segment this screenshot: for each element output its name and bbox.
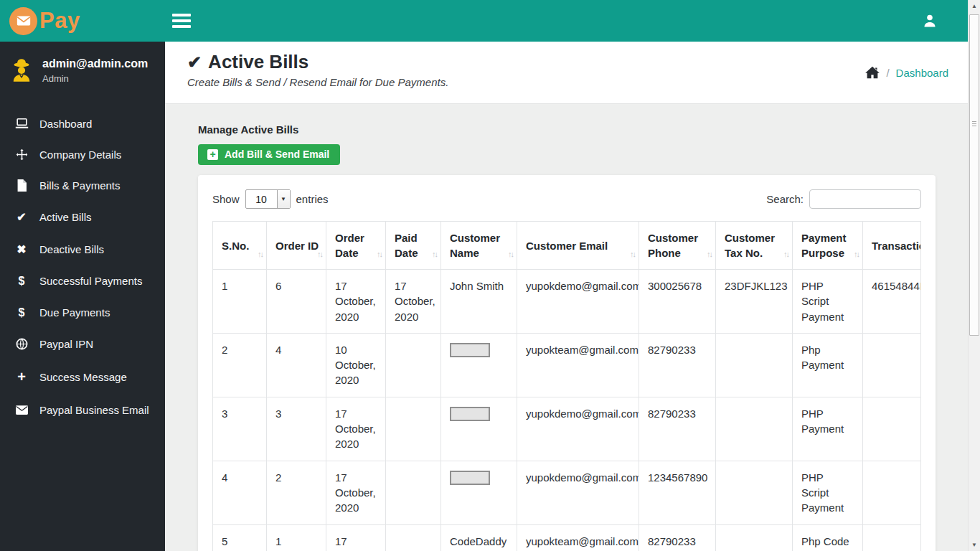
sort-icon: ↑↓	[432, 249, 437, 260]
file-icon	[14, 179, 29, 192]
entries-select[interactable]: 10 ▼	[245, 189, 291, 209]
home-icon[interactable]	[865, 66, 880, 79]
table-row: 2 4 10 October, 2020 yupokteam@gmail.com…	[213, 333, 921, 397]
column-header-customer-name[interactable]: Customer Name↑↓	[441, 222, 517, 270]
table-row: 3 3 17 October, 2020 yupokdemo@gmail.com…	[213, 397, 921, 461]
app-window: Pay admin@admin.com Admin Dashboard	[0, 0, 980, 551]
sidebar-item-success-message[interactable]: + Success Message	[0, 359, 165, 395]
envelope-icon	[14, 405, 29, 415]
sidebar-item-deactive-bills[interactable]: ✖ Deactive Bills	[0, 233, 165, 265]
search-input[interactable]	[809, 189, 921, 209]
table-row: 4 2 17 October, 2020 yupokdemo@gmail.com…	[213, 461, 921, 524]
search-label: Search:	[766, 193, 804, 205]
main-content: Manage Active Bills + Add Bill & Send Em…	[165, 104, 968, 551]
envelope-icon	[9, 7, 37, 35]
dollar-icon: $	[14, 306, 29, 319]
scroll-up-button[interactable]: ▲	[969, 0, 980, 12]
show-label: Show	[212, 193, 240, 205]
sidebar-item-paypal-business-email[interactable]: Paypal Business Email	[0, 395, 165, 425]
vertical-scrollbar[interactable]: ▲ ▼	[968, 0, 980, 551]
table-header-row: S.No.↑↓ Order ID↑↓ Order Date↑↓ Paid Dat…	[213, 222, 921, 270]
table-card: Show 10 ▼ entries Search:	[198, 175, 936, 551]
page-header: ✔ Active Bills Create Bills & Send / Res…	[165, 42, 980, 104]
sidebar-item-active-bills[interactable]: ✔ Active Bills	[0, 201, 165, 233]
table-row: 1 6 17 October, 2020 17 October, 2020 Jo…	[213, 270, 921, 334]
column-header-transaction[interactable]: Transaction	[863, 222, 921, 270]
sidebar-item-due-payments[interactable]: $ Due Payments	[0, 297, 165, 329]
laptop-icon	[14, 118, 29, 129]
breadcrumb-separator: /	[886, 67, 889, 79]
spy-user-icon	[9, 57, 34, 83]
column-header-order-id[interactable]: Order ID↑↓	[267, 222, 326, 270]
page-title: ✔ Active Bills	[187, 51, 448, 73]
sort-icon: ↑↓	[707, 249, 712, 260]
check-icon: ✔	[14, 210, 29, 224]
plus-icon: +	[14, 369, 29, 385]
sidebar-item-dashboard[interactable]: Dashboard	[0, 108, 165, 139]
column-header-order-date[interactable]: Order Date↑↓	[326, 222, 386, 270]
sort-icon: ↑↓	[854, 249, 859, 260]
sidebar-item-company-details[interactable]: Company Details	[0, 139, 165, 170]
chevron-down-icon: ▼	[277, 190, 290, 208]
redacted-customer-name	[450, 471, 490, 485]
sidebar-menu: Dashboard Company Details Bills & Paymen…	[0, 108, 165, 425]
sort-icon: ↑↓	[317, 249, 322, 260]
section-title: Manage Active Bills	[198, 123, 936, 136]
user-email: admin@admin.com	[42, 57, 148, 70]
sort-icon: ↑↓	[508, 249, 513, 260]
column-header-customer-phone[interactable]: Customer Phone↑↓	[639, 222, 716, 270]
hamburger-menu-icon[interactable]	[172, 11, 192, 31]
table-row: 5 1 17 October, 2020 CodeDaddy yupokteam…	[213, 524, 921, 551]
column-header-sno[interactable]: S.No.↑↓	[213, 222, 267, 270]
scrollbar-thumb[interactable]	[969, 14, 979, 336]
entries-label: entries	[296, 193, 329, 205]
sort-icon: ↑↓	[377, 249, 382, 260]
plus-square-icon: +	[207, 149, 218, 160]
user-block: admin@admin.com Admin	[0, 42, 165, 95]
scrollbar-grip	[972, 121, 976, 126]
check-icon: ✔	[187, 52, 202, 72]
scroll-down-button[interactable]: ▼	[969, 539, 980, 551]
redacted-customer-name	[450, 343, 490, 357]
column-header-customer-email[interactable]: Customer Email↑↓	[517, 222, 639, 270]
brand-logo[interactable]: Pay	[0, 0, 165, 42]
sidebar: Pay admin@admin.com Admin Dashboard	[0, 0, 165, 551]
sort-icon: ↑↓	[630, 249, 635, 260]
sidebar-item-successful-payments[interactable]: $ Successful Payments	[0, 265, 165, 297]
redacted-customer-name	[450, 407, 490, 421]
page-subtitle: Create Bills & Send / Resend Email for D…	[187, 76, 448, 88]
sort-icon: ↑↓	[783, 249, 788, 260]
user-role: Admin	[42, 73, 148, 84]
sidebar-item-bills-payments[interactable]: Bills & Payments	[0, 170, 165, 201]
add-bill-button[interactable]: + Add Bill & Send Email	[198, 144, 340, 165]
brand-name: Pay	[39, 8, 80, 34]
column-header-paid-date[interactable]: Paid Date↑↓	[386, 222, 441, 270]
topbar	[165, 0, 980, 42]
breadcrumb-link-dashboard[interactable]: Dashboard	[896, 67, 948, 79]
sort-icon: ↑↓	[258, 249, 263, 260]
sidebar-item-paypal-ipn[interactable]: Paypal IPN	[0, 329, 165, 359]
globe-icon	[14, 338, 29, 350]
close-icon: ✖	[14, 242, 29, 256]
breadcrumb: / Dashboard	[865, 66, 948, 79]
user-avatar-icon[interactable]	[921, 12, 938, 29]
move-arrows-icon	[14, 149, 29, 161]
active-bills-table: S.No.↑↓ Order ID↑↓ Order Date↑↓ Paid Dat…	[212, 221, 921, 551]
column-header-payment-purpose[interactable]: Payment Purpose↑↓	[793, 222, 863, 270]
dollar-icon: $	[14, 275, 29, 288]
column-header-customer-tax[interactable]: Customer Tax No.↑↓	[716, 222, 793, 270]
